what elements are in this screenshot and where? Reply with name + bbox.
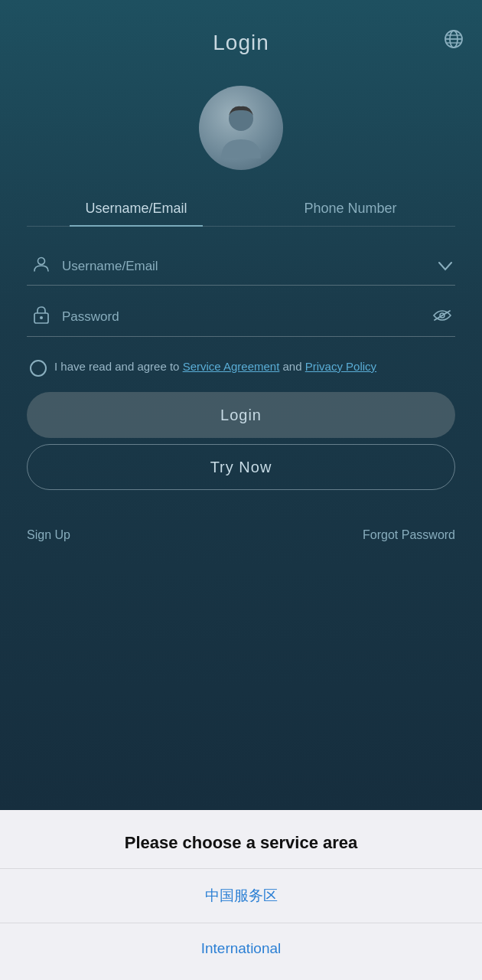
sign-up-button[interactable]: Sign Up [27, 528, 70, 542]
tabs-container: Username/Email Phone Number [27, 193, 455, 227]
form-container: I have read and agree to Service Agreeme… [27, 250, 455, 377]
international-service-option[interactable]: International [0, 923, 482, 980]
login-section: Login Username/Email Phone Number [0, 0, 482, 810]
globe-icon[interactable] [444, 29, 464, 54]
dropdown-icon[interactable] [438, 259, 452, 275]
agreement-checkbox[interactable] [30, 360, 47, 377]
page-title: Login [213, 31, 269, 55]
svg-point-8 [40, 316, 43, 319]
service-agreement-link[interactable]: Service Agreement [183, 360, 280, 373]
eye-hide-icon[interactable] [432, 309, 452, 325]
agreement-text: I have read and agree to Service Agreeme… [54, 358, 376, 376]
china-service-option[interactable]: 中国服务区 [0, 869, 482, 923]
privacy-policy-link[interactable]: Privacy Policy [305, 360, 376, 373]
tab-phone-number[interactable]: Phone Number [288, 193, 412, 226]
username-input[interactable] [62, 259, 429, 274]
bottom-links: Sign Up Forgot Password [27, 528, 455, 542]
agreement-row: I have read and agree to Service Agreeme… [27, 358, 455, 377]
password-input[interactable] [62, 309, 423, 325]
password-input-row [27, 299, 455, 337]
login-button[interactable]: Login [27, 392, 455, 438]
svg-point-6 [38, 258, 45, 265]
bottom-sheet: Please choose a service area 中国服务区 Inter… [0, 810, 482, 980]
user-icon [30, 256, 53, 277]
username-input-row [27, 250, 455, 286]
bottom-sheet-title: Please choose a service area [109, 833, 373, 853]
header: Login [0, 0, 482, 70]
lock-icon [30, 305, 53, 328]
try-now-button[interactable]: Try Now [27, 444, 455, 490]
tab-username-email[interactable]: Username/Email [70, 193, 202, 226]
forgot-password-button[interactable]: Forgot Password [363, 528, 455, 542]
avatar [199, 86, 283, 170]
